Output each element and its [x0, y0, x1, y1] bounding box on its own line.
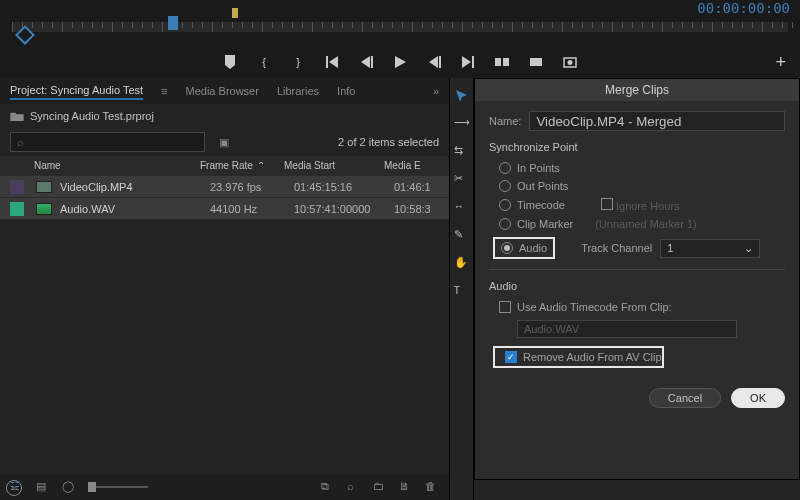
clip-thumbnail	[36, 203, 52, 215]
radio-timecode[interactable]	[499, 199, 511, 211]
mark-in-button[interactable]: {	[256, 54, 272, 70]
step-back-button[interactable]	[358, 54, 374, 70]
project-footer: ☷ ▤ ◯ ⧉ ⌕ 🗀 🗎 🗑	[0, 474, 449, 500]
checkbox-use-audio-tc[interactable]	[499, 301, 511, 313]
panel-tabs: Project: Syncing Audio Test ≡ Media Brow…	[0, 78, 449, 104]
search-input[interactable]: ⌕	[10, 132, 205, 152]
hand-tool-icon[interactable]: ✋	[454, 256, 470, 272]
type-tool-icon[interactable]: T	[454, 284, 470, 300]
svg-rect-2	[530, 58, 542, 66]
checkbox-remove-audio[interactable]	[505, 351, 517, 363]
radio-out-points[interactable]	[499, 180, 511, 192]
svg-rect-1	[503, 58, 509, 66]
slip-tool-icon[interactable]: ↔	[454, 200, 470, 216]
label-swatch[interactable]	[10, 180, 24, 194]
play-button[interactable]	[392, 54, 408, 70]
bin-icon	[10, 111, 24, 121]
ok-button[interactable]: OK	[731, 388, 785, 408]
radio-marker-label: Clip Marker	[517, 218, 573, 230]
cancel-button[interactable]: Cancel	[649, 388, 721, 408]
label-swatch[interactable]	[10, 202, 24, 216]
checkbox-ignore-hours	[601, 198, 613, 210]
remove-audio-label: Remove Audio From AV Clip	[523, 351, 662, 363]
marker-blue[interactable]	[168, 16, 178, 30]
export-frame-icon[interactable]	[562, 54, 578, 70]
media-start: 10:57:41:00000	[294, 203, 394, 215]
freeform-view-icon[interactable]: ◯	[62, 480, 76, 494]
radio-tc-label: Timecode	[517, 199, 565, 211]
add-marker-icon[interactable]	[222, 54, 238, 70]
search-field[interactable]	[29, 135, 198, 150]
tool-palette: ⟶ ⇆ ✂ ↔ ✎ ✋ T	[450, 78, 474, 500]
media-start: 01:45:15:16	[294, 181, 394, 193]
new-bin-icon[interactable]: 🗀	[373, 480, 387, 494]
selection-tool-icon[interactable]	[454, 88, 470, 104]
go-to-in-button[interactable]	[324, 54, 340, 70]
use-audio-tc-label: Use Audio Timecode From Clip:	[517, 301, 672, 313]
col-media-start[interactable]: Media Start	[284, 160, 384, 171]
razor-tool-icon[interactable]: ✂	[454, 172, 470, 188]
tab-media-browser[interactable]: Media Browser	[186, 83, 259, 99]
radio-audio[interactable]	[501, 242, 513, 254]
ripple-tool-icon[interactable]: ⇆	[454, 144, 470, 160]
source-timecode: 00:00:00:00	[697, 0, 790, 16]
col-frame-rate[interactable]: Frame Rate⌃	[200, 160, 284, 171]
name-label: Name:	[489, 115, 521, 127]
media-end: 10:58:3	[394, 203, 439, 215]
tab-info[interactable]: Info	[337, 83, 355, 99]
insert-icon[interactable]	[494, 54, 510, 70]
go-to-out-button[interactable]	[460, 54, 476, 70]
frame-rate: 44100 Hz	[210, 203, 294, 215]
audio-clip-select: Audio.WAV	[517, 320, 737, 338]
project-panel: Project: Syncing Audio Test ≡ Media Brow…	[0, 78, 450, 500]
chevron-down-icon: ⌄	[744, 242, 753, 255]
table-row[interactable]: Audio.WAV 44100 Hz 10:57:41:00000 10:58:…	[0, 197, 449, 219]
clip-name: VideoClip.MP4	[60, 181, 210, 193]
zoom-slider[interactable]	[88, 486, 148, 488]
filter-bin-icon[interactable]: ▣	[219, 136, 233, 148]
panel-menu-icon[interactable]: ≡	[161, 85, 167, 97]
creative-cloud-icon[interactable]: ∞	[6, 480, 22, 496]
track-channel-dropdown[interactable]: 1⌄	[660, 239, 760, 258]
search-icon: ⌕	[17, 136, 29, 148]
track-channel-label: Track Channel	[581, 242, 652, 254]
find-icon[interactable]: ⌕	[347, 480, 361, 494]
trash-icon[interactable]: 🗑	[425, 480, 439, 494]
radio-audio-label: Audio	[519, 242, 547, 254]
transport-controls: { } +	[0, 48, 800, 76]
merge-clips-dialog: Merge Clips Name: Synchronize Point In P…	[474, 78, 800, 480]
timeline-ruler[interactable]	[12, 22, 788, 48]
icon-view-icon[interactable]: ▤	[36, 480, 50, 494]
marker-select: (Unnamed Marker 1)	[595, 218, 696, 230]
mark-out-button[interactable]: }	[290, 54, 306, 70]
media-end: 01:46:1	[394, 181, 439, 193]
button-editor-add[interactable]: +	[775, 52, 786, 73]
sort-arrow-icon: ⌃	[257, 160, 265, 171]
clip-thumbnail	[36, 181, 52, 193]
dialog-titlebar[interactable]: Merge Clips	[475, 79, 799, 101]
selection-count: 2 of 2 items selected	[338, 136, 439, 148]
radio-clip-marker[interactable]	[499, 218, 511, 230]
dialog-title: Merge Clips	[605, 83, 669, 97]
pen-tool-icon[interactable]: ✎	[454, 228, 470, 244]
ruler[interactable]	[12, 22, 788, 32]
radio-in-points[interactable]	[499, 162, 511, 174]
marker-amber[interactable]	[232, 8, 238, 18]
radio-out-label: Out Points	[517, 180, 568, 192]
sync-point-label: Synchronize Point	[489, 141, 785, 153]
column-headers[interactable]: Name Frame Rate⌃ Media Start Media E	[0, 156, 449, 175]
auto-seq-icon[interactable]: ⧉	[321, 480, 335, 494]
svg-point-4	[568, 60, 573, 65]
new-item-icon[interactable]: 🗎	[399, 480, 413, 494]
name-field[interactable]	[529, 111, 785, 131]
tab-libraries[interactable]: Libraries	[277, 83, 319, 99]
step-forward-button[interactable]	[426, 54, 442, 70]
col-name[interactable]: Name	[10, 160, 200, 171]
tabs-overflow-icon[interactable]: »	[433, 85, 439, 97]
track-select-tool-icon[interactable]: ⟶	[454, 116, 470, 132]
overwrite-icon[interactable]	[528, 54, 544, 70]
col-media-end[interactable]: Media E	[384, 160, 439, 171]
tab-project[interactable]: Project: Syncing Audio Test	[10, 82, 143, 100]
table-row[interactable]: VideoClip.MP4 23.976 fps 01:45:15:16 01:…	[0, 175, 449, 197]
radio-in-label: In Points	[517, 162, 560, 174]
